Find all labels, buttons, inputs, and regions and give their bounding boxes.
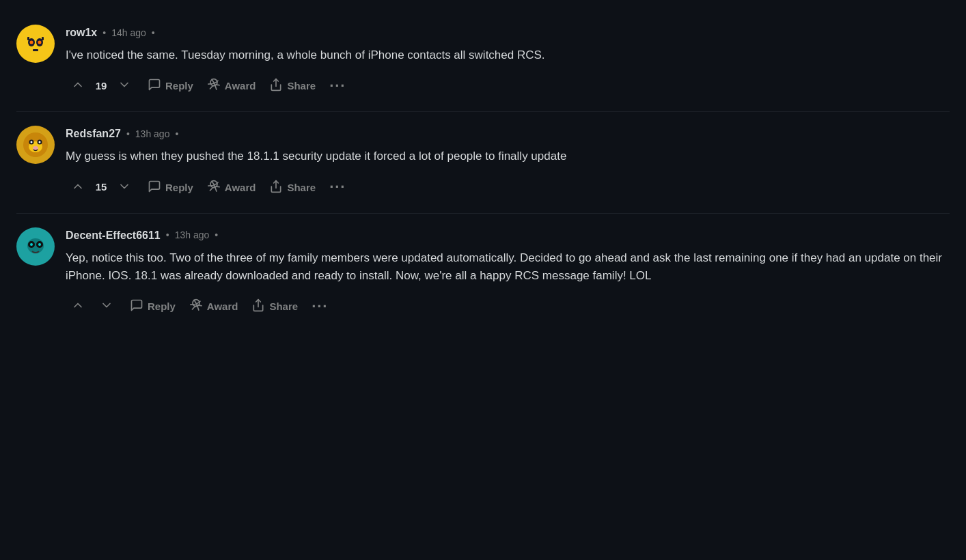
- dot-decent-effect6611: •: [166, 228, 169, 242]
- timestamp-decent-effect6611: 13h ago: [175, 228, 210, 242]
- reply-icon-redsfan27: [148, 180, 161, 195]
- dot-redsfan27: •: [126, 127, 130, 141]
- vote-group-decent-effect6611: [66, 294, 119, 318]
- comment-text-row1x: I've noticed the same. Tuesday morning, …: [66, 46, 950, 64]
- upvote-icon-redsfan27: [71, 180, 85, 195]
- comment-body-redsfan27: Redsfan27 • 13h ago • My guess is when t…: [66, 126, 950, 199]
- upvote-icon-row1x: [71, 78, 85, 94]
- award-icon-redsfan27: [207, 180, 221, 195]
- share-button-decent-effect6611[interactable]: Share: [246, 294, 303, 318]
- share-label-decent-effect6611: Share: [269, 300, 298, 312]
- comment-header-redsfan27: Redsfan27 • 13h ago •: [66, 126, 950, 142]
- avatar-redsfan27: [16, 126, 55, 164]
- downvote-icon-decent-effect6611: [100, 298, 113, 314]
- comment-decent-effect6611: Decent-Effect6611 • 13h ago • Yep, notic…: [16, 216, 950, 330]
- avatar-decent-effect6611: [16, 227, 55, 266]
- reply-button-redsfan27[interactable]: Reply: [142, 176, 199, 199]
- upvote-button-row1x[interactable]: [66, 74, 90, 98]
- comments-container: row1x • 14h ago • I've noticed the same.…: [16, 14, 950, 329]
- award-icon-row1x: [207, 78, 221, 94]
- timestamp-row1x: 14h ago: [111, 26, 146, 40]
- vote-count-redsfan27: 15: [94, 180, 108, 195]
- downvote-button-row1x[interactable]: [112, 74, 137, 98]
- vote-group-row1x: 19: [66, 74, 137, 98]
- comment-text-redsfan27: My guess is when they pushed the 18.1.1 …: [66, 148, 950, 165]
- award-label-redsfan27: Award: [225, 182, 256, 193]
- upvote-button-decent-effect6611[interactable]: [66, 294, 90, 318]
- reply-icon-decent-effect6611: [130, 298, 143, 314]
- divider-0: [16, 111, 950, 112]
- more-button-row1x[interactable]: ···: [324, 74, 351, 98]
- svg-point-24: [38, 243, 41, 246]
- timestamp-redsfan27: 13h ago: [135, 127, 170, 141]
- dot2-redsfan27: •: [175, 127, 178, 141]
- more-button-decent-effect6611[interactable]: ···: [306, 295, 333, 318]
- svg-rect-6: [27, 37, 29, 40]
- award-icon-decent-effect6611: [189, 298, 203, 314]
- share-label-redsfan27: Share: [287, 182, 316, 193]
- award-button-decent-effect6611[interactable]: Award: [184, 294, 244, 318]
- reply-button-decent-effect6611[interactable]: Reply: [124, 294, 181, 318]
- downvote-button-redsfan27[interactable]: [112, 176, 137, 199]
- award-button-redsfan27[interactable]: Award: [202, 176, 262, 199]
- username-row1x: row1x: [66, 25, 97, 41]
- vote-count-row1x: 19: [94, 79, 108, 94]
- username-decent-effect6611: Decent-Effect6611: [66, 227, 161, 244]
- comment-row1x: row1x • 14h ago • I've noticed the same.…: [16, 14, 950, 109]
- action-bar-redsfan27: 15 Reply Award Share: [66, 176, 950, 199]
- comment-header-row1x: row1x • 14h ago •: [66, 25, 950, 41]
- award-label-decent-effect6611: Award: [207, 300, 238, 312]
- comment-redsfan27: Redsfan27 • 13h ago • My guess is when t…: [16, 115, 950, 210]
- share-button-row1x[interactable]: Share: [264, 74, 321, 98]
- reply-label-decent-effect6611: Reply: [148, 300, 176, 312]
- upvote-button-redsfan27[interactable]: [66, 176, 90, 199]
- share-icon-decent-effect6611: [251, 298, 265, 314]
- action-bar-decent-effect6611: Reply Award Share ···: [66, 294, 950, 318]
- reply-button-row1x[interactable]: Reply: [142, 74, 199, 98]
- more-dots-row1x: ···: [329, 77, 346, 95]
- share-label-row1x: Share: [287, 80, 316, 92]
- svg-point-3: [30, 41, 33, 44]
- downvote-icon-row1x: [118, 78, 131, 94]
- reply-label-redsfan27: Reply: [165, 182, 193, 193]
- award-button-row1x[interactable]: Award: [202, 74, 262, 98]
- dot-row1x: •: [102, 26, 106, 40]
- downvote-button-decent-effect6611[interactable]: [94, 294, 119, 318]
- svg-point-4: [38, 41, 42, 44]
- share-icon-redsfan27: [269, 180, 283, 195]
- vote-group-redsfan27: 15: [66, 176, 137, 199]
- more-button-redsfan27[interactable]: ···: [324, 176, 351, 199]
- comment-body-row1x: row1x • 14h ago • I've noticed the same.…: [66, 25, 950, 98]
- dot2-row1x: •: [152, 26, 155, 40]
- comment-header-decent-effect6611: Decent-Effect6611 • 13h ago •: [66, 227, 950, 244]
- svg-point-15: [39, 141, 41, 143]
- reply-icon-row1x: [148, 78, 161, 94]
- svg-point-14: [31, 141, 33, 143]
- username-redsfan27: Redsfan27: [66, 126, 121, 142]
- downvote-icon-redsfan27: [118, 180, 131, 195]
- share-button-redsfan27[interactable]: Share: [264, 176, 321, 199]
- upvote-icon-decent-effect6611: [71, 298, 85, 314]
- share-icon-row1x: [269, 78, 283, 94]
- svg-rect-7: [42, 37, 44, 40]
- more-dots-decent-effect6611: ···: [312, 298, 328, 316]
- avatar-row1x: [16, 25, 55, 63]
- award-label-row1x: Award: [225, 80, 256, 92]
- more-dots-redsfan27: ···: [329, 178, 346, 196]
- divider-1: [16, 213, 950, 214]
- svg-point-23: [30, 243, 33, 246]
- action-bar-row1x: 19 Reply Award Share: [66, 74, 950, 98]
- svg-point-0: [23, 31, 48, 56]
- reply-label-row1x: Reply: [165, 80, 193, 92]
- dot2-decent-effect6611: •: [215, 228, 218, 242]
- svg-rect-5: [33, 49, 38, 51]
- comment-text-decent-effect6611: Yep, notice this too. Two of the three o…: [66, 249, 950, 285]
- comment-body-decent-effect6611: Decent-Effect6611 • 13h ago • Yep, notic…: [66, 227, 950, 319]
